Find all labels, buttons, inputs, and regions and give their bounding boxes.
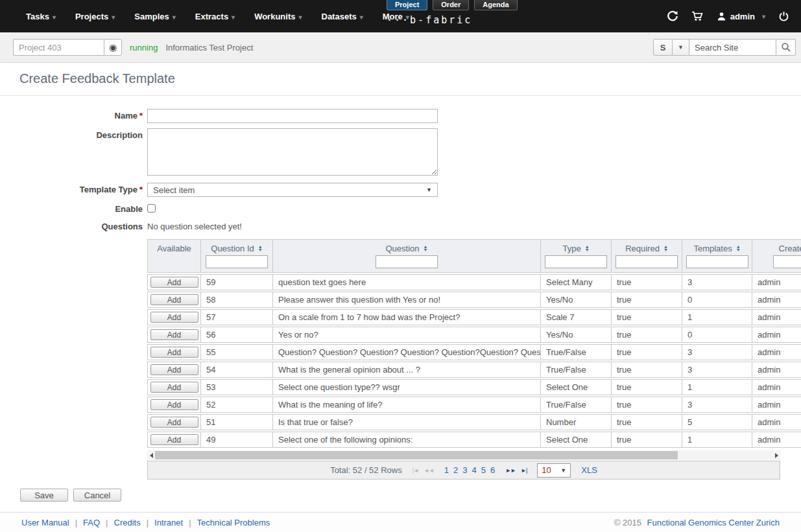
xls-export-link[interactable]: XLS [581, 465, 597, 475]
question-id-cell[interactable]: 57 [201, 309, 273, 325]
add-question-button[interactable]: Add [150, 434, 198, 445]
add-question-button[interactable]: Add [150, 382, 198, 393]
power-icon[interactable] [778, 11, 789, 22]
save-button[interactable]: Save [20, 489, 68, 502]
refresh-icon[interactable] [667, 10, 678, 22]
tab-order[interactable]: Order [433, 0, 469, 10]
add-question-button[interactable]: Add [150, 329, 198, 340]
nav-menu-projects[interactable]: Projects▾ [66, 12, 125, 21]
footer-link-credits[interactable]: Credits [114, 518, 141, 527]
column-header-templates[interactable]: Templates▲▼ [682, 239, 752, 273]
question-text-cell[interactable]: Yes or no? [273, 327, 541, 343]
description-field[interactable] [147, 128, 438, 176]
question-id-cell[interactable]: 53 [201, 379, 273, 395]
column-header-required[interactable]: Required▲▼ [612, 239, 682, 273]
nav-menu-tasks[interactable]: Tasks▾ [16, 12, 66, 21]
column-header-question-id[interactable]: Question Id▲▼ [201, 239, 273, 273]
question-text-cell[interactable]: On a scale from 1 to 7 how bad was the P… [273, 309, 541, 325]
last-page-icon[interactable]: ►| [521, 467, 527, 474]
search-scope-button[interactable]: S [653, 39, 673, 56]
tab-agenda[interactable]: Agenda [474, 0, 517, 10]
question-type-cell: True/False [541, 362, 612, 378]
tab-project[interactable]: Project [387, 0, 427, 10]
question-text-cell[interactable]: Question? Question? Question? Question? … [273, 344, 541, 360]
scrollbar-thumb[interactable] [155, 451, 678, 459]
footer-links: User Manual|FAQ|Credits|Intranet|Technic… [21, 518, 270, 527]
question-id-cell[interactable]: 49 [201, 432, 273, 448]
page-number-1[interactable]: 1 [444, 465, 449, 475]
sort-icon[interactable]: ▲▼ [664, 245, 668, 251]
table-row: Add58Please answer this question with Ye… [147, 292, 801, 308]
sort-icon[interactable]: ▲▼ [736, 245, 741, 251]
search-scope-caret[interactable]: ▼ [673, 39, 689, 56]
question-required-cell: true [612, 344, 682, 360]
page-number-5[interactable]: 5 [481, 465, 486, 475]
sort-icon[interactable]: ▲▼ [424, 245, 428, 251]
add-question-button[interactable]: Add [150, 364, 198, 375]
question-id-cell[interactable]: 59 [201, 274, 273, 290]
question-id-cell[interactable]: 58 [201, 292, 273, 308]
first-page-icon[interactable]: |◄ [412, 467, 418, 474]
add-question-button[interactable]: Add [150, 312, 198, 323]
page-number-2[interactable]: 2 [453, 465, 458, 475]
question-text-cell[interactable]: Select one question type?? wsgr [273, 379, 541, 395]
sort-icon[interactable]: ▲▼ [258, 245, 263, 251]
column-header-question[interactable]: Question▲▼ [273, 239, 541, 273]
page-size-select[interactable]: 10 ▼ [537, 463, 571, 478]
question-id-cell[interactable]: 52 [201, 397, 273, 413]
template-type-select[interactable]: Select item ▼ [147, 183, 438, 197]
question-id-cell[interactable]: 55 [201, 344, 273, 360]
scroll-right-icon[interactable] [772, 450, 780, 460]
footer-link-intranet[interactable]: Intranet [154, 518, 183, 527]
footer-link-technical-problems[interactable]: Technical Problems [197, 518, 270, 527]
sort-icon[interactable]: ▲▼ [585, 245, 590, 251]
cart-icon[interactable] [691, 10, 704, 22]
cancel-button[interactable]: Cancel [73, 489, 121, 502]
question-text-cell[interactable]: Is that true or false? [273, 414, 541, 430]
column-header-created-by[interactable]: Created By▲▼ [752, 239, 801, 273]
nav-menu-datasets[interactable]: Datasets▾ [312, 12, 373, 21]
filter-input-required[interactable] [616, 255, 678, 268]
question-id-cell[interactable]: 54 [201, 362, 273, 378]
question-text-cell[interactable]: Select one of the following opinions: [273, 432, 541, 448]
name-field[interactable] [147, 109, 438, 123]
page-number-6[interactable]: 6 [490, 465, 495, 475]
nav-menu-workunits[interactable]: Workunits▾ [245, 12, 311, 21]
add-question-button[interactable]: Add [150, 399, 198, 410]
nav-menu-extracts[interactable]: Extracts▾ [185, 12, 245, 21]
org-link[interactable]: Functional Genomics Center Zurich [647, 518, 780, 527]
project-input[interactable] [13, 39, 104, 56]
page-number-3[interactable]: 3 [462, 465, 467, 475]
question-text-cell[interactable]: Please answer this question with Yes or … [273, 292, 541, 308]
page-number-4[interactable]: 4 [472, 465, 476, 475]
horizontal-scrollbar[interactable] [147, 450, 780, 460]
add-question-button[interactable]: Add [150, 417, 198, 428]
filter-input-templates[interactable] [686, 255, 748, 268]
prev-page-icon[interactable]: ◄◄ [424, 467, 434, 474]
footer-link-faq[interactable]: FAQ [83, 518, 100, 527]
scroll-left-icon[interactable] [147, 450, 155, 460]
footer-link-user-manual[interactable]: User Manual [21, 518, 69, 527]
enable-checkbox[interactable] [147, 204, 156, 213]
next-page-icon[interactable]: ►► [505, 467, 516, 474]
filter-input-question[interactable] [376, 255, 438, 268]
user-menu[interactable]: admin ▾ [717, 12, 765, 21]
filter-input-question-id[interactable] [206, 255, 268, 268]
search-button[interactable] [776, 39, 796, 56]
add-question-button[interactable]: Add [150, 277, 198, 288]
question-id-cell[interactable]: 56 [201, 327, 273, 343]
nav-menu-samples[interactable]: Samples▾ [125, 12, 185, 21]
project-go-button[interactable]: ◉ [104, 39, 122, 56]
search-input[interactable] [689, 39, 776, 56]
add-question-button[interactable]: Add [150, 347, 198, 358]
add-question-button[interactable]: Add [150, 294, 198, 305]
column-header-type[interactable]: Type▲▼ [541, 239, 612, 273]
question-id-cell[interactable]: 51 [201, 414, 273, 430]
nav-right: admin ▾ [667, 0, 789, 32]
question-text-cell[interactable]: What is the meaning of life? [273, 397, 541, 413]
question-text-cell[interactable]: question text goes here [273, 274, 541, 290]
question-text-cell[interactable]: What is the general opinion about ... ? [273, 362, 541, 378]
copyright-text: © 2015 [614, 518, 641, 527]
filter-input-type[interactable] [545, 255, 607, 268]
filter-input-created-by[interactable] [773, 255, 801, 268]
